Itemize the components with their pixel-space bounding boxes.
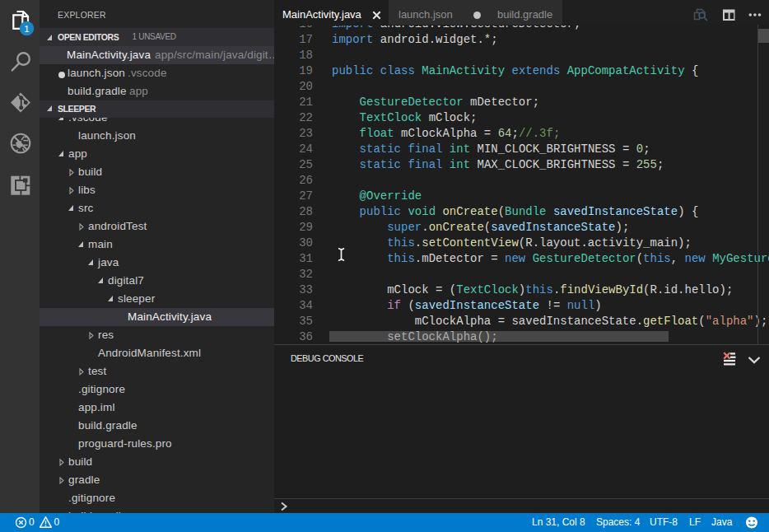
svg-text:1: 1 <box>24 24 29 34</box>
